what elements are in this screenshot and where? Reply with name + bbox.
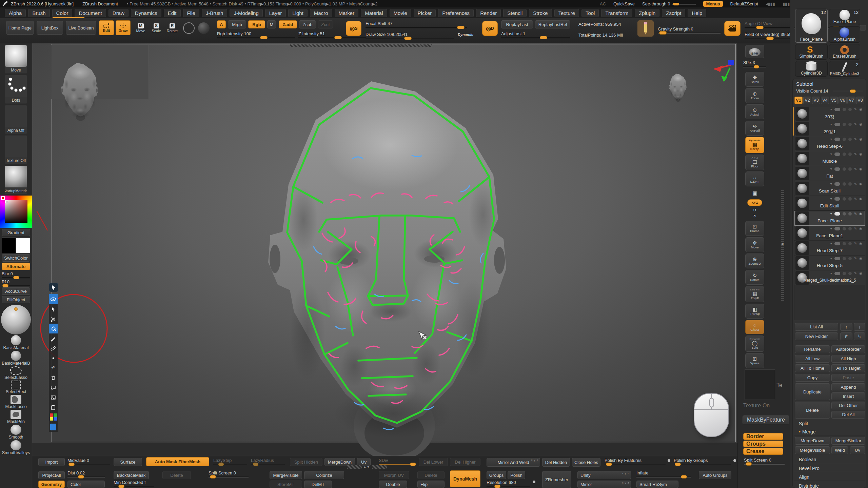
subtool-title[interactable]: Subtool (796, 81, 813, 87)
groups-button-b[interactable]: Groups (487, 471, 506, 479)
material-preview-icon[interactable] (198, 22, 210, 34)
tool-mask-lasso[interactable]: MaskLasso (2, 395, 30, 409)
zcut-button[interactable]: Zcut (318, 20, 333, 28)
weld-button[interactable]: Weld (831, 446, 848, 454)
subtool-row[interactable]: ▾✎◉ Edit Skull (794, 196, 865, 211)
boolean-section[interactable]: Boolean (794, 456, 865, 463)
align-section[interactable]: Align (794, 473, 865, 481)
double-button[interactable]: Double (379, 481, 407, 488)
brush-preview-icon[interactable] (183, 22, 195, 34)
project-all-button[interactable]: ProjectAll (38, 471, 65, 479)
m-button[interactable]: M (267, 20, 276, 28)
tab-v2[interactable]: V2 (803, 97, 811, 104)
copy-button[interactable]: Copy (795, 374, 830, 382)
tray-hatch-right[interactable] (372, 465, 387, 469)
delete-button[interactable]: Delete (795, 402, 830, 419)
del-mt-button[interactable]: DelMT (304, 481, 332, 488)
subtool-row[interactable]: ▾✎◉ Head Step-6 (794, 136, 865, 151)
annotation-pointer-icon[interactable] (49, 283, 58, 292)
tool-mask-pen[interactable]: MaskPen (2, 410, 30, 424)
transp-button[interactable]: ◧Transp (745, 304, 764, 319)
menus-button[interactable]: Menus (703, 1, 723, 7)
sdiv-slider[interactable]: SDiv (379, 458, 414, 465)
subtool-row[interactable]: ▾✎◉ Head Step-7 (794, 241, 865, 256)
merge-similar-button[interactable]: MergeSimilar (831, 437, 865, 445)
menu-material[interactable]: Material (361, 9, 387, 17)
inflate-slider[interactable]: Inflate (636, 470, 691, 477)
subtool-up-button[interactable]: ↑ (840, 323, 852, 331)
texture-swatch[interactable] (745, 369, 775, 400)
tool-tile-eraser-brush[interactable]: EraserBrush (829, 44, 860, 60)
geometry-button[interactable]: Geometry (38, 481, 65, 488)
mask-by-feature-button[interactable]: MaskByFeature (743, 415, 789, 424)
close-holes-button[interactable]: Close Holes (572, 458, 600, 467)
solo-button[interactable]: Dynamic◯Solo (745, 336, 764, 352)
polish-mode-dot[interactable] (668, 459, 670, 462)
spix-slider[interactable]: SPix 3 (743, 60, 766, 67)
blur-slider[interactable]: Blur 0 (2, 271, 30, 278)
frame-button[interactable]: ⊡Frame (745, 221, 764, 236)
flip-button[interactable]: Flip (417, 481, 445, 488)
rotate-y-icon[interactable]: ↺ (745, 207, 764, 213)
duplicate-button[interactable]: Duplicate (795, 383, 830, 400)
menu-tool[interactable]: Tool (581, 9, 599, 17)
menu-zplugin[interactable]: Zplugin (635, 9, 659, 17)
auto-reorder-button[interactable]: AutoReorder (831, 345, 865, 353)
menu-texture[interactable]: Texture (554, 9, 579, 17)
lazy-radius-slider[interactable]: LazyRadius (251, 458, 285, 465)
lock-camera-icon[interactable]: ▣ (745, 188, 764, 199)
annotation-pen-icon[interactable] (49, 333, 58, 343)
tool-tile-simple-brush[interactable]: S SimpleBrush (795, 44, 828, 60)
delete-button-gray2[interactable]: Delete (417, 471, 445, 479)
home-page-button[interactable]: Home Page (6, 21, 34, 35)
rename-button[interactable]: Rename (795, 345, 830, 353)
menu-alpha[interactable]: Alpha (5, 9, 26, 17)
surface-button[interactable]: Surface (114, 458, 142, 466)
subtool-row[interactable]: ▾✎◉ Merged_Skull-decimation2_5 (794, 270, 865, 285)
resolution-mode-dot[interactable] (533, 481, 535, 483)
merge-visible-button[interactable]: MergeVisible (795, 446, 830, 454)
quicksave-button[interactable]: QuickSave (613, 1, 635, 6)
alpha-off-thumbnail[interactable]: Alpha Off (5, 105, 27, 134)
insert-button[interactable]: Insert (831, 392, 865, 400)
xyz-button[interactable]: XYZ (747, 199, 762, 206)
mid-value-slider[interactable]: MidValue 0 (67, 458, 110, 465)
del-all-button[interactable]: Del All (831, 411, 865, 419)
all-to-home-button[interactable]: All To Home (795, 364, 830, 372)
rf-slider[interactable]: Rf 0 (2, 280, 30, 286)
tab-v6[interactable]: V6 (839, 97, 847, 104)
mirror-button[interactable]: Mirrorx y z (577, 481, 631, 488)
switch-color-button[interactable]: SwitchColor (2, 254, 30, 262)
mirror-and-weld-button[interactable]: Mirror And Weldx y z (487, 458, 540, 467)
zoom-button[interactable]: ⊕Zoom (745, 88, 764, 103)
menu-stroke[interactable]: Stroke (529, 9, 552, 17)
menu-picker[interactable]: Picker (414, 9, 436, 17)
texture-off-thumbnail[interactable]: Texture Off (5, 135, 27, 164)
tool-select-lasso[interactable]: SelectLasso (2, 366, 30, 380)
polish-by-features-slider[interactable]: Polish By Features (605, 458, 666, 465)
xpose-button[interactable]: ⊞Xpose (745, 353, 764, 368)
adjust-last-slider[interactable]: AdjustLast 1 (501, 31, 570, 38)
annotation-ruler-icon[interactable] (49, 343, 58, 353)
annotation-pen-off-icon[interactable] (49, 314, 58, 324)
all-to-target-button[interactable]: All To Target (831, 364, 865, 372)
polish-groups-mode-dot[interactable] (733, 459, 736, 462)
paste-button[interactable]: Paste (831, 374, 865, 382)
all-low-button[interactable]: All Low (795, 355, 830, 363)
menu-layer[interactable]: Layer (265, 9, 286, 17)
subtool-row[interactable]: ▾✎◉ Face_Plane1 (794, 226, 865, 241)
move-view-button[interactable]: ✥Move (745, 237, 764, 252)
zremesher-button[interactable]: ZRemesher (542, 471, 571, 488)
tab-v3[interactable]: V3 (812, 97, 820, 104)
draw-button[interactable]: Draw (116, 20, 131, 35)
zsub-button[interactable]: Zsub (299, 20, 316, 28)
move-into-folder-icon[interactable]: ↳ (854, 332, 865, 340)
menu-macro[interactable]: Macro (310, 9, 332, 17)
subtool-row[interactable]: ▾✎◉ Fat (794, 166, 865, 181)
stroke-thumbnail-dots[interactable]: Dots (5, 75, 27, 104)
tool-tile-cylinder3d[interactable]: Cylinder3D (795, 61, 828, 77)
groups-button[interactable]: Groups (743, 441, 783, 447)
material-basic[interactable]: BasicMaterial (2, 335, 30, 350)
menu-brush[interactable]: Brush (28, 9, 50, 17)
split-screen-slider[interactable]: Split Screen 0 (744, 458, 785, 465)
